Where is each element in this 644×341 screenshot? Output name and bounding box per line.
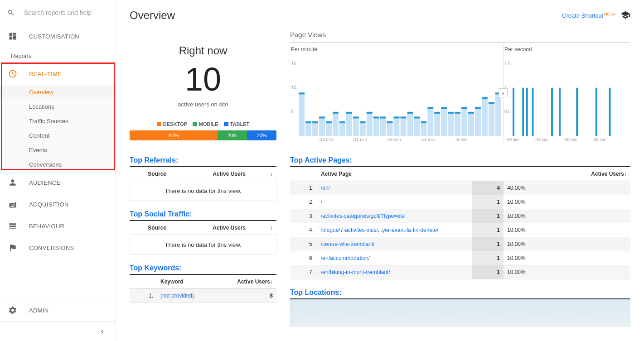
svg-rect-38	[414, 117, 420, 119]
reports-label: Reports	[0, 47, 116, 63]
page-link[interactable]: /en/	[321, 185, 330, 191]
sort-desc-icon: ↓	[270, 225, 273, 231]
right-now-subtitle: active users on site	[130, 101, 276, 108]
search-icon	[7, 8, 15, 17]
nav-label: BEHAVIOUR	[29, 223, 64, 230]
nav-customisation[interactable]: CUSTOMISATION	[0, 25, 116, 47]
top-locations-section: Top Locations:	[290, 288, 630, 327]
col-source[interactable]: Source	[130, 221, 184, 235]
svg-text:-21 min: -21 min	[353, 137, 367, 142]
svg-rect-7	[312, 121, 318, 136]
svg-rect-49	[455, 112, 460, 136]
col-active-users[interactable]: Active Users↓	[215, 275, 276, 289]
svg-text:-6 min: -6 min	[455, 137, 468, 142]
page-link[interactable]: /centre-ville-tremblant/	[321, 241, 375, 247]
section-title[interactable]: Top Referrals:	[130, 156, 276, 167]
acquisition-icon	[7, 199, 18, 210]
person-icon	[7, 177, 18, 188]
col-active-users[interactable]: Active Users↓	[472, 167, 630, 181]
legend-mobile: MOBILE	[193, 121, 218, 127]
page-link[interactable]: /en/accommodation/	[321, 255, 370, 261]
nav-realtime[interactable]: REAL-TIME	[0, 63, 116, 85]
nav-behaviour[interactable]: BEHAVIOUR	[0, 215, 116, 237]
svg-rect-74	[532, 88, 534, 136]
subnav-locations[interactable]: Locations	[0, 99, 116, 114]
svg-rect-44	[434, 112, 440, 114]
col-active-users[interactable]: Active Users↓	[184, 167, 276, 181]
subnav-content[interactable]: Content	[0, 128, 116, 143]
subnav-overview[interactable]: Overview	[0, 85, 116, 99]
table-row[interactable]: 1./en/440.00%	[290, 181, 630, 195]
subnav-traffic-sources[interactable]: Traffic Sources	[0, 114, 116, 128]
search-bar[interactable]	[0, 0, 116, 25]
svg-text:-60 sec: -60 sec	[506, 137, 519, 142]
svg-rect-6	[305, 121, 311, 123]
nav-admin[interactable]: ADMIN	[0, 299, 116, 321]
subnav-conversions[interactable]: Conversions	[0, 157, 116, 172]
col-source[interactable]: Source	[130, 167, 184, 181]
svg-rect-13	[333, 112, 339, 136]
svg-rect-36	[407, 112, 413, 114]
section-title[interactable]: Top Social Traffic:	[130, 210, 276, 221]
svg-text:15: 15	[291, 61, 296, 66]
svg-text:-26 min: -26 min	[319, 137, 333, 142]
top-keywords-section: Top Keywords: Keyword Active Users↓ 1.(n…	[130, 264, 276, 303]
svg-rect-56	[475, 107, 481, 109]
main-content: Overview Create ShortcutBETA Right now 1…	[116, 0, 644, 341]
page-link[interactable]: /blogue/7-activites-inusi...yer-avant-la…	[321, 227, 438, 233]
svg-rect-51	[461, 107, 467, 136]
keyword-link[interactable]: (not provided)	[160, 293, 194, 299]
expand-chart-button[interactable]: ›	[499, 88, 508, 97]
table-row[interactable]: 6./en/accommodation/110.00%	[290, 251, 630, 265]
nav-label: CUSTOMISATION	[29, 33, 79, 40]
svg-rect-30	[387, 121, 393, 123]
right-now-panel: Right now 10 active users on site DESKTO…	[130, 31, 276, 143]
page-link[interactable]: /en/biking-in-mont-tremblant/	[321, 269, 390, 275]
svg-rect-16	[339, 121, 345, 123]
nav-acquisition[interactable]: ACQUISITION	[0, 193, 116, 215]
subnav-events[interactable]: Events	[0, 143, 116, 157]
legend-desktop: DESKTOP	[157, 121, 187, 127]
top-social-section: Top Social Traffic: Source Active Users↓…	[130, 210, 276, 255]
nav-audience[interactable]: AUDIENCE	[0, 172, 116, 193]
graduation-cap-icon[interactable]	[620, 10, 630, 21]
svg-text:5: 5	[291, 109, 294, 114]
page-link[interactable]: /	[321, 199, 322, 205]
svg-rect-12	[326, 121, 332, 123]
top-referrals-section: Top Referrals: Source Active Users↓ Ther…	[130, 156, 276, 201]
distribution-segment: 20%	[247, 130, 276, 140]
svg-rect-53	[468, 112, 474, 136]
table-row[interactable]: 5./centre-ville-tremblant/110.00%	[290, 237, 630, 251]
page-link[interactable]: /activites-categories/golf/?type=ete	[321, 213, 405, 219]
svg-rect-59	[489, 102, 494, 136]
section-title[interactable]: Top Locations:	[290, 288, 630, 299]
svg-rect-77	[576, 88, 578, 136]
search-input[interactable]	[24, 9, 108, 16]
section-title[interactable]: Top Active Pages:	[290, 156, 630, 167]
table-row[interactable]: 3./activites-categories/golf/?type=ete11…	[290, 209, 630, 223]
distribution-segment: 60%	[130, 130, 218, 140]
top-referrals-table: Source Active Users↓	[130, 167, 276, 181]
table-row[interactable]: 4./blogue/7-activites-inusi...yer-avant-…	[290, 223, 630, 237]
svg-rect-72	[522, 88, 524, 136]
chevron-left-icon	[98, 327, 107, 336]
col-keyword[interactable]: Keyword	[157, 275, 215, 289]
svg-rect-40	[421, 121, 426, 123]
collapse-sidebar-button[interactable]	[0, 321, 116, 341]
behaviour-icon	[7, 221, 18, 231]
section-title[interactable]: Top Keywords:	[130, 264, 276, 275]
svg-rect-57	[482, 97, 488, 136]
per-second-chart: Per second 0.511.5-60 sec-45 sec-30 sec-…	[504, 43, 630, 143]
create-shortcut-link[interactable]: Create ShortcutBETA	[562, 12, 615, 19]
table-row[interactable]: 2./110.00%	[290, 195, 630, 209]
nav-conversions[interactable]: CONVERSIONS	[0, 237, 116, 259]
no-data-message: There is no data for this view.	[130, 235, 276, 255]
col-active-users[interactable]: Active Users↓	[184, 221, 276, 235]
col-active-page[interactable]: Active Page	[317, 167, 472, 181]
table-row[interactable]: 1.(not provided)8	[130, 289, 276, 303]
svg-rect-9	[319, 117, 325, 136]
sidebar: CUSTOMISATION Reports REAL-TIME Overview…	[0, 0, 116, 341]
locations-map[interactable]	[290, 299, 630, 327]
svg-rect-3	[299, 92, 305, 136]
table-row[interactable]: 7./en/biking-in-mont-tremblant/110.00%	[290, 265, 630, 279]
